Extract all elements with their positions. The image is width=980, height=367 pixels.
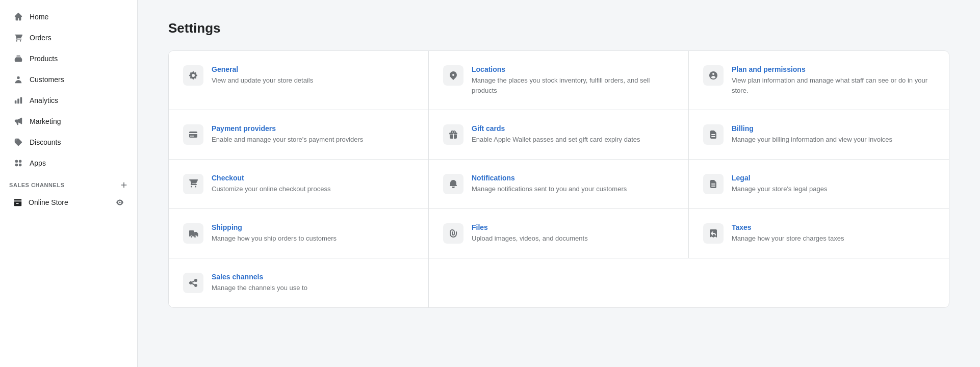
orders-icon [13,33,23,43]
add-sales-channel-button[interactable] [120,181,128,189]
settings-item-desc: View plan information and manage what st… [732,75,935,95]
checkout-settings-icon [183,174,203,194]
settings-item-title: Files [472,223,674,231]
settings-item-title: Gift cards [472,124,674,133]
settings-item-desc: Manage your billing information and view… [732,135,935,145]
settings-card: General View and update your store detai… [168,50,949,308]
online-store-preview-button[interactable] [116,198,124,206]
settings-item-title: Notifications [472,174,674,182]
settings-item-title: Billing [732,124,935,133]
online-store-nav-item[interactable]: Online Store [4,193,133,212]
settings-item-title: Sales channels [212,273,414,281]
settings-item-desc: Manage your store's legal pages [732,184,935,194]
sidebar-item-marketing[interactable]: Marketing [4,111,133,132]
settings-item-desc: Upload images, videos, and documents [472,233,674,244]
settings-item-desc: Manage how your store charges taxes [732,233,935,244]
settings-item-title: Taxes [732,223,935,231]
bell-settings-icon [443,174,463,194]
page-title: Settings [168,20,949,36]
settings-item-title: Checkout [212,174,414,182]
settings-item-desc: Enable and manage your store's payment p… [212,135,414,145]
share-settings-icon [183,273,203,293]
sidebar-item-customers[interactable]: Customers [4,69,133,90]
settings-item-title: Legal [732,174,935,182]
settings-item-legal[interactable]: Legal Manage your store's legal pages [689,160,949,209]
customers-icon [13,74,23,85]
sidebar-item-products[interactable]: Products [4,48,133,69]
settings-item-taxes[interactable]: Taxes Manage how your store charges taxe… [689,209,949,258]
sidebar-item-analytics[interactable]: Analytics [4,90,133,111]
paperclip-settings-icon [443,223,463,244]
settings-item-desc: Manage the channels you use to [212,283,414,293]
products-icon [13,54,23,64]
location-settings-icon [443,65,463,86]
discounts-icon [13,137,23,147]
sidebar-item-discounts[interactable]: Discounts [4,132,133,152]
legal-settings-icon [703,174,724,194]
gift-settings-icon [443,124,463,145]
billing-settings-icon [703,124,724,145]
settings-item-title: Shipping [212,223,414,231]
settings-item-locations[interactable]: Locations Manage the places you stock in… [429,51,689,110]
main-content: Settings General View and update your st… [138,0,980,367]
sidebar-item-label: Home [30,13,124,21]
sidebar-item-home[interactable]: Home [4,7,133,27]
settings-item-plan-permissions[interactable]: Plan and permissions View plan informati… [689,51,949,110]
settings-item-desc: Manage how you ship orders to customers [212,233,414,244]
settings-grid: General View and update your store detai… [169,51,949,307]
settings-item-title: Locations [472,65,674,73]
online-store-label: Online Store [29,198,68,206]
sidebar-item-apps[interactable]: Apps [4,153,133,173]
settings-item-notifications[interactable]: Notifications Manage notifications sent … [429,160,689,209]
sidebar: Home Orders Products Customers Analytics… [0,0,138,367]
sidebar-item-label: Customers [30,75,124,84]
sales-channels-label: SALES CHANNELS [9,182,65,188]
analytics-icon [13,95,23,106]
settings-item-checkout[interactable]: Checkout Customize your online checkout … [169,160,429,209]
settings-item-files[interactable]: Files Upload images, videos, and documen… [429,209,689,258]
sidebar-item-label: Orders [30,34,124,42]
settings-item-title: General [212,65,414,73]
sidebar-item-label: Discounts [30,138,124,146]
online-store-icon [13,198,22,207]
settings-item-gift-cards[interactable]: Gift cards Enable Apple Wallet passes an… [429,110,689,160]
marketing-icon [13,116,23,126]
apps-icon [13,158,23,168]
sidebar-item-orders[interactable]: Orders [4,28,133,48]
sales-channels-header: SALES CHANNELS [0,174,137,192]
settings-item-desc: Enable Apple Wallet passes and set gift … [472,135,674,145]
truck-settings-icon [183,223,203,244]
settings-item-title: Payment providers [212,124,414,133]
sidebar-item-label: Analytics [30,96,124,104]
settings-item-title: Plan and permissions [732,65,935,73]
payment-settings-icon [183,124,203,145]
receipt-settings-icon [703,223,724,244]
settings-item-general[interactable]: General View and update your store detai… [169,51,429,110]
sidebar-item-label: Marketing [30,117,124,125]
settings-item-billing[interactable]: Billing Manage your billing information … [689,110,949,160]
settings-item-desc: Customize your online checkout process [212,184,414,194]
settings-item-payment-providers[interactable]: Payment providers Enable and manage your… [169,110,429,160]
settings-item-sales-channels[interactable]: Sales channels Manage the channels you u… [169,258,429,307]
settings-item-desc: Manage the places you stock inventory, f… [472,75,674,95]
settings-item-desc: View and update your store details [212,75,414,86]
person-circle-settings-icon [703,65,724,86]
sidebar-item-label: Products [30,55,124,63]
settings-item-shipping[interactable]: Shipping Manage how you ship orders to c… [169,209,429,258]
gear-settings-icon [183,65,203,86]
sidebar-item-label: Apps [30,159,124,167]
settings-item-desc: Manage notifications sent to you and you… [472,184,674,194]
home-icon [13,12,23,22]
